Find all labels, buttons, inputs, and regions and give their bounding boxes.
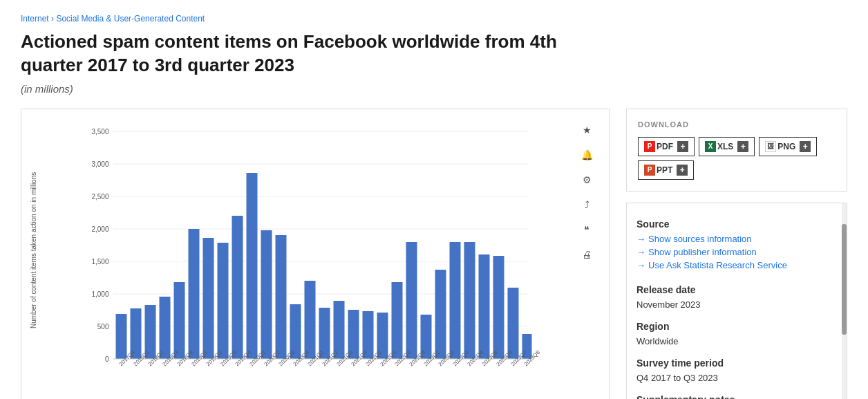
- settings-button[interactable]: ⚙: [577, 170, 596, 189]
- svg-rect-29: [305, 281, 316, 359]
- svg-rect-43: [508, 288, 519, 359]
- download-title: DOWNLOAD: [638, 120, 836, 129]
- svg-text:500: 500: [97, 323, 109, 331]
- breadcrumb-social-media[interactable]: Social Media & User-Generated Content: [56, 14, 205, 24]
- info-box: Source → Show sources information → Show…: [626, 203, 847, 399]
- svg-rect-20: [174, 282, 185, 359]
- xls-icon: X: [705, 141, 716, 152]
- xls-label: XLS: [717, 142, 733, 151]
- survey-period-value: Q4 2017 to Q3 2023: [636, 373, 833, 383]
- chart-container: Number of content items taken action on …: [21, 109, 610, 399]
- arrow-icon2: →: [636, 247, 645, 257]
- svg-text:1,000: 1,000: [91, 290, 108, 298]
- release-date-value: November 2023: [636, 299, 833, 310]
- png-plus: +: [800, 141, 811, 152]
- show-publisher-link[interactable]: → Show publisher information: [636, 247, 833, 257]
- source-section: Source → Show sources information → Show…: [636, 213, 833, 279]
- svg-rect-16: [116, 314, 127, 359]
- svg-rect-23: [218, 243, 229, 359]
- pdf-plus: +: [677, 141, 688, 152]
- chart-toolbar: ★ 🔔 ⚙ ⤴ ❝ 🖨: [573, 118, 601, 382]
- alert-button[interactable]: 🔔: [577, 145, 596, 165]
- svg-text:3,500: 3,500: [91, 128, 108, 136]
- ppt-download-button[interactable]: P PPT +: [638, 160, 694, 180]
- png-download-button[interactable]: 🖼 PNG +: [759, 137, 817, 156]
- sidebar: DOWNLOAD P PDF + X XLS + 🖼 PNG: [626, 109, 847, 399]
- arrow-icon: →: [636, 234, 645, 244]
- source-label: Source: [636, 219, 833, 230]
- svg-text:2,500: 2,500: [91, 193, 108, 201]
- svg-rect-42: [493, 256, 504, 359]
- favorite-button[interactable]: ★: [577, 120, 596, 140]
- region-section: Region Worldwide: [636, 315, 833, 352]
- svg-rect-35: [392, 282, 403, 359]
- chart-subtitle: (in millions): [21, 83, 847, 95]
- svg-text:2,000: 2,000: [91, 225, 108, 233]
- region-label: Region: [636, 321, 833, 332]
- download-box: DOWNLOAD P PDF + X XLS + 🖼 PNG: [626, 109, 847, 192]
- y-axis-label: Number of content items taken action on …: [27, 118, 40, 382]
- svg-rect-25: [247, 173, 258, 359]
- svg-rect-26: [261, 230, 272, 359]
- scrollbar-track: [842, 203, 847, 399]
- svg-text:0: 0: [105, 355, 109, 363]
- svg-rect-27: [276, 235, 287, 359]
- print-button[interactable]: 🖨: [577, 245, 596, 264]
- arrow-icon3: →: [636, 260, 645, 270]
- svg-text:1,500: 1,500: [91, 258, 108, 266]
- supplementary-notes-section: Supplementary notes According to Faceboo…: [636, 389, 833, 399]
- xls-plus: +: [737, 141, 748, 152]
- png-label: PNG: [777, 142, 795, 151]
- svg-rect-24: [232, 216, 243, 359]
- pdf-label: PDF: [657, 142, 673, 151]
- ppt-plus: +: [677, 165, 688, 176]
- survey-period-label: Survey time period: [636, 358, 833, 369]
- svg-rect-21: [189, 229, 200, 359]
- pdf-download-button[interactable]: P PDF +: [638, 137, 695, 156]
- release-date-section: Release date November 2023: [636, 279, 833, 315]
- svg-rect-41: [479, 254, 490, 359]
- show-sources-link[interactable]: → Show sources information: [636, 234, 833, 244]
- cite-button[interactable]: ❝: [577, 220, 596, 239]
- share-button[interactable]: ⤴: [577, 195, 596, 214]
- page-title: Actioned spam content items on Facebook …: [21, 30, 574, 77]
- svg-rect-39: [450, 242, 461, 359]
- breadcrumb-internet[interactable]: Internet: [21, 14, 49, 24]
- svg-rect-36: [406, 242, 417, 359]
- survey-period-section: Survey time period Q4 2017 to Q3 2023: [636, 352, 833, 389]
- supplementary-notes-label: Supplementary notes: [636, 394, 833, 399]
- ppt-icon: P: [644, 165, 655, 176]
- ppt-label: PPT: [657, 165, 672, 175]
- png-icon: 🖼: [765, 141, 776, 152]
- release-date-label: Release date: [636, 284, 833, 295]
- scrollbar-thumb[interactable]: [842, 224, 847, 335]
- ask-statista-link[interactable]: → Use Ask Statista Research Service: [636, 260, 833, 270]
- region-value: Worldwide: [636, 336, 833, 346]
- bar-chart: 3,500 3,000 2,500 2,000 1,500 1,000 500 …: [40, 118, 573, 380]
- breadcrumb: Internet › Social Media & User-Generated…: [21, 14, 847, 24]
- svg-text:3,000: 3,000: [91, 160, 108, 168]
- svg-rect-38: [435, 270, 446, 359]
- svg-rect-22: [203, 238, 214, 359]
- download-buttons: P PDF + X XLS + 🖼 PNG + P: [638, 137, 836, 180]
- pdf-icon: P: [644, 141, 655, 152]
- svg-rect-40: [464, 242, 475, 359]
- xls-download-button[interactable]: X XLS +: [699, 137, 755, 156]
- chart-area: 3,500 3,000 2,500 2,000 1,500 1,000 500 …: [40, 118, 573, 382]
